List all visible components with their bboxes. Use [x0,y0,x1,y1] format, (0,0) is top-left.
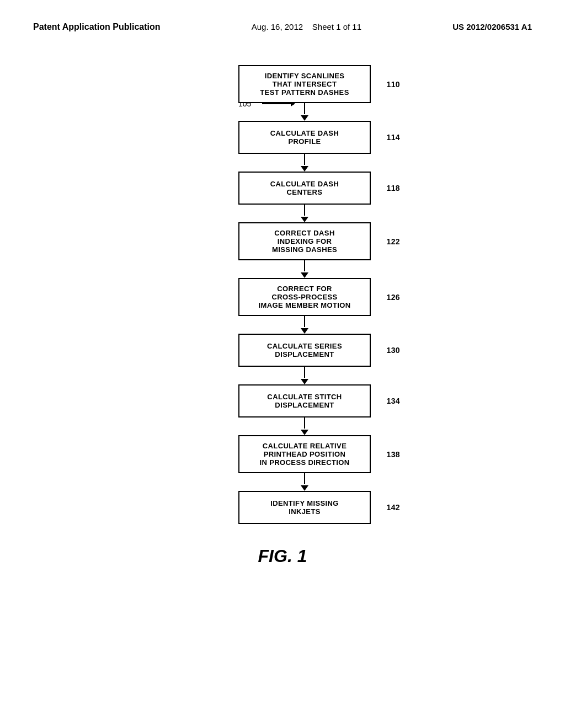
box-114: CALCULATE DASHPROFILE 114 [238,121,371,154]
box-130-label: CALCULATE SERIESDISPLACEMENT [267,342,342,358]
flow-item-114: CALCULATE DASHPROFILE 114 [238,121,371,154]
flow-item-134: CALCULATE STITCHDISPLACEMENT 134 [238,384,371,417]
flow-item-110: IDENTIFY SCANLINESTHAT INTERSECTTEST PAT… [238,65,371,103]
box-138: CALCULATE RELATIVEPRINTHEAD POSITIONIN P… [238,435,371,473]
header-right: US 2012/0206531 A1 [452,22,532,31]
header-sheet: Sheet 1 of 11 [312,22,361,31]
flow-item-118: CALCULATE DASHCENTERS 118 [238,172,371,205]
box-118: CALCULATE DASHCENTERS 118 [238,172,371,205]
num-114: 114 [386,133,400,142]
flow-item-126: CORRECT FORCROSS-PROCESSIMAGE MEMBER MOT… [238,278,371,316]
num-118: 118 [386,184,400,192]
num-130: 130 [386,346,400,355]
num-142: 142 [386,503,400,512]
box-126-label: CORRECT FORCROSS-PROCESSIMAGE MEMBER MOT… [258,285,350,309]
box-122: CORRECT DASHINDEXING FORMISSING DASHES 1… [238,222,371,260]
flow-item-142: IDENTIFY MISSINGINKJETS 142 [238,491,371,524]
diagram-container: 105 IDENTIFY SCANLINESTHAT INTERSECTTEST… [33,65,532,524]
num-134: 134 [386,397,400,405]
num-138: 138 [386,450,400,459]
box-134: CALCULATE STITCHDISPLACEMENT 134 [238,384,371,417]
header-left: Patent Application Publication [33,22,161,32]
box-142: IDENTIFY MISSINGINKJETS 142 [238,491,371,524]
num-110: 110 [386,80,400,89]
box-130: CALCULATE SERIESDISPLACEMENT 130 [238,334,371,367]
flowchart: IDENTIFY SCANLINESTHAT INTERSECTTEST PAT… [238,65,371,524]
box-138-label: CALCULATE RELATIVEPRINTHEAD POSITIONIN P… [259,442,349,467]
flow-item-122: CORRECT DASHINDEXING FORMISSING DASHES 1… [238,222,371,260]
box-134-label: CALCULATE STITCHDISPLACEMENT [267,393,342,409]
header: Patent Application Publication Aug. 16, … [33,22,532,32]
box-126: CORRECT FORCROSS-PROCESSIMAGE MEMBER MOT… [238,278,371,316]
box-122-label: CORRECT DASHINDEXING FORMISSING DASHES [272,229,337,254]
fig-label: FIG. 1 [33,546,532,566]
num-122: 122 [386,237,400,246]
header-center: Aug. 16, 2012 Sheet 1 of 11 [252,22,361,31]
flow-item-138: CALCULATE RELATIVEPRINTHEAD POSITIONIN P… [238,435,371,473]
box-110: IDENTIFY SCANLINESTHAT INTERSECTTEST PAT… [238,65,371,103]
box-142-label: IDENTIFY MISSINGINKJETS [270,499,339,516]
header-date: Aug. 16, 2012 [252,22,303,31]
page: Patent Application Publication Aug. 16, … [0,0,565,728]
box-110-label: IDENTIFY SCANLINESTHAT INTERSECTTEST PAT… [260,72,349,97]
num-126: 126 [386,293,400,302]
box-114-label: CALCULATE DASHPROFILE [270,129,339,146]
box-118-label: CALCULATE DASHCENTERS [270,180,339,196]
flow-item-130: CALCULATE SERIESDISPLACEMENT 130 [238,334,371,367]
